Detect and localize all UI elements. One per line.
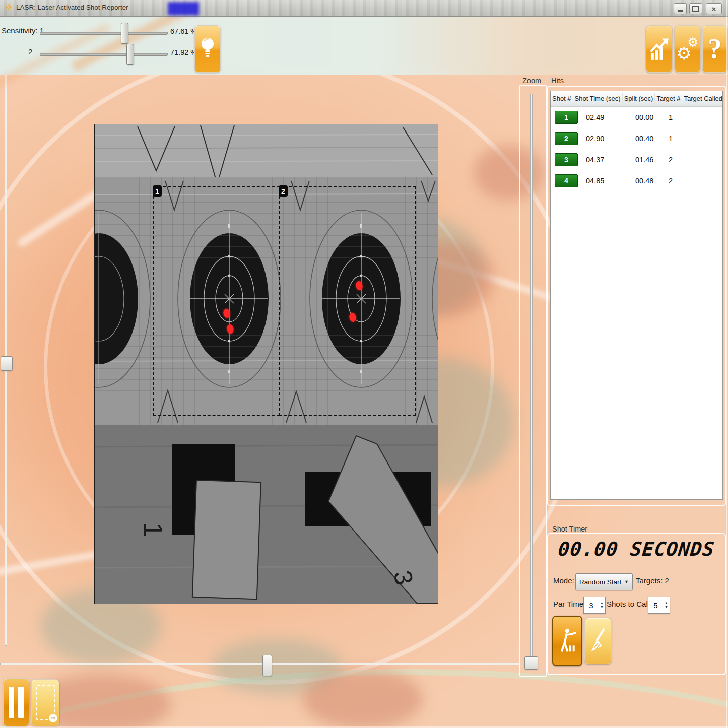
zoom-slider-track[interactable]: [530, 94, 533, 659]
shots-to-call-label: Shots to Call:: [607, 600, 651, 608]
shot-time-cell: 04.85: [582, 177, 633, 185]
sensitivity-2-slider-thumb[interactable]: [126, 44, 134, 65]
window-title: LASR: Laser Activated Shot Reporter: [16, 4, 128, 11]
background-foliage: [302, 669, 423, 728]
target-number-cell: 1: [667, 113, 694, 121]
timer-display: 00.00 SECONDS: [551, 538, 722, 560]
app-icon: ☼: [4, 3, 13, 12]
mode-dropdown[interactable]: Random Start ▼: [575, 573, 633, 590]
target-number-cell: 2: [667, 156, 694, 164]
hits-table-header: Shot # Shot Time (sec) Split (sec) Targe…: [551, 91, 722, 107]
shots-to-call-stepper[interactable]: 5 ▲ ▼: [648, 597, 670, 614]
title-bar[interactable]: ☼ LASR: Laser Activated Shot Reporter ×: [0, 0, 728, 17]
arrow-up-icon[interactable]: ▲: [600, 601, 604, 605]
maximize-button[interactable]: [689, 3, 702, 14]
start-drill-button[interactable]: [552, 616, 582, 666]
lightbulb-icon: [199, 36, 216, 62]
target-zone-2[interactable]: 2: [279, 186, 416, 416]
camera-vertical-slider-track[interactable]: [5, 23, 7, 646]
shot-number-badge: 4: [555, 174, 578, 187]
target-number-cell: 1: [667, 135, 694, 143]
shot-number-badge: 1: [555, 111, 578, 124]
shot-number-badge: 2: [555, 132, 578, 145]
par-time-value: 3: [584, 601, 599, 610]
table-row[interactable]: 3 04.37 01.46 2: [551, 149, 722, 170]
shooter-icon: [557, 625, 577, 657]
arrow-up-icon[interactable]: ▲: [665, 601, 668, 605]
shot-time-cell: 02.90: [582, 135, 633, 143]
maximize-icon: [692, 6, 699, 12]
minimize-icon: [678, 10, 683, 12]
hits-table[interactable]: Shot # Shot Time (sec) Split (sec) Targe…: [550, 91, 723, 500]
sensitivity-2-slider-track[interactable]: [40, 53, 168, 56]
chevron-down-icon: ▼: [624, 579, 632, 584]
table-row[interactable]: 2 02.90 00.40 1: [551, 128, 722, 149]
target-number-cell: 2: [667, 177, 694, 185]
column-shot-time: Shot Time (sec): [573, 93, 623, 104]
arrow-down-icon[interactable]: ▼: [600, 605, 604, 609]
lighting-mode-button[interactable]: [194, 25, 221, 73]
zone-layer: 12: [95, 124, 438, 604]
pause-icon: [9, 687, 14, 718]
sensitivity-1-slider-thumb[interactable]: [121, 23, 128, 44]
shot-time-cell: 04.37: [582, 156, 633, 164]
bar-chart-arrow-icon: [649, 37, 669, 61]
zone-label-chip: 2: [279, 185, 288, 197]
window-edge: [726, 0, 727, 728]
split-cell: 00.00: [633, 113, 667, 121]
camera-feed-view[interactable]: 1 3 12: [94, 124, 438, 604]
mode-label: Mode:: [553, 576, 574, 585]
clear-hits-button[interactable]: [584, 618, 612, 664]
sensitivity-2-label: 2: [28, 47, 32, 56]
settings-button[interactable]: ⚙ ⚙: [675, 25, 700, 73]
shot-number-badge: 3: [555, 153, 578, 166]
par-time-stepper[interactable]: 3 ▲ ▼: [583, 597, 606, 614]
zoom-slider-thumb[interactable]: [524, 656, 538, 670]
shots-to-call-value: 5: [648, 601, 663, 610]
statistics-button[interactable]: [646, 25, 672, 73]
column-target-number: Target #: [655, 93, 682, 104]
camera-vertical-slider-thumb[interactable]: [1, 356, 13, 371]
sensitivity-1-slider-track[interactable]: [40, 32, 168, 35]
zoom-panel: [519, 85, 547, 677]
help-button[interactable]: ?: [702, 25, 727, 73]
stepper-arrows[interactable]: ▲ ▼: [663, 601, 670, 609]
arrow-down-icon[interactable]: ▼: [665, 605, 668, 609]
sensitivity-1-value: 67.61 %: [170, 27, 197, 35]
split-cell: 00.48: [633, 177, 667, 185]
define-zone-button[interactable]: ✂: [31, 679, 59, 726]
close-icon: ×: [712, 5, 716, 13]
camera-horizontal-slider-track[interactable]: [0, 663, 520, 665]
stepper-arrows[interactable]: ▲ ▼: [599, 601, 605, 609]
zoom-panel-label: Zoom: [522, 77, 541, 85]
table-row[interactable]: 4 04.85 00.48 2: [551, 170, 722, 191]
question-mark-icon: ?: [708, 33, 722, 65]
sensitivity-2-value: 71.92 %: [170, 48, 197, 56]
column-split: Split (sec): [623, 93, 655, 104]
pause-icon: [18, 687, 24, 718]
split-cell: 00.40: [633, 135, 667, 143]
hits-panel-label: Hits: [551, 77, 564, 85]
blue-smudge-decoration: [168, 2, 199, 15]
targets-count-label: Targets: 2: [636, 576, 669, 585]
target-zone-1[interactable]: 1: [153, 186, 280, 416]
gears-icon: ⚙ ⚙: [678, 37, 698, 60]
zone-edit-badge-icon: ✂: [49, 714, 57, 722]
close-button[interactable]: ×: [706, 3, 722, 14]
sensitivity-1-label: Sensitivity: 1: [2, 26, 44, 35]
table-row[interactable]: 1 02.49 00.00 1: [551, 107, 722, 128]
broom-icon: [589, 626, 607, 656]
lasr-window: { "window": { "title": "LASR: Laser Acti…: [0, 0, 728, 728]
shot-time-cell: 02.49: [582, 113, 633, 121]
top-control-band: [0, 16, 728, 75]
pause-button[interactable]: [3, 678, 29, 726]
mode-dropdown-value: Random Start: [576, 578, 624, 586]
shot-timer-panel-label: Shot Timer: [552, 525, 587, 533]
zone-label-chip: 1: [153, 185, 162, 197]
par-time-label: Par Time:: [553, 600, 585, 608]
split-cell: 01.46: [633, 156, 667, 164]
column-shot-number: Shot #: [551, 93, 573, 104]
minimize-button[interactable]: [674, 3, 687, 14]
column-target-called: Target Called: [682, 93, 723, 104]
camera-horizontal-slider-thumb[interactable]: [262, 655, 272, 676]
